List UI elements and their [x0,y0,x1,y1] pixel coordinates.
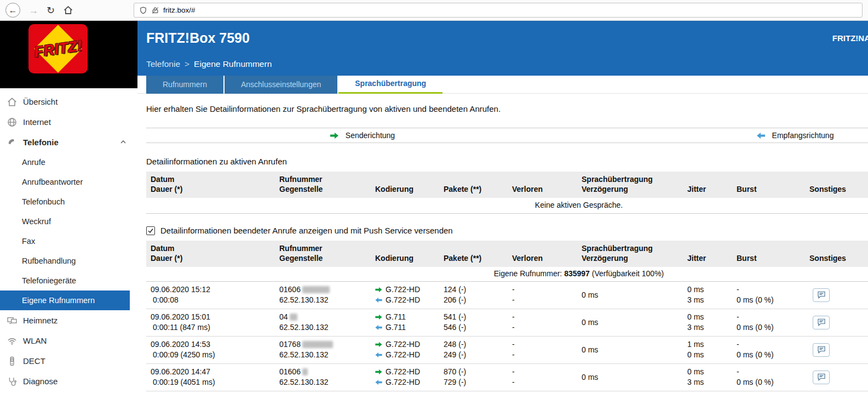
jitter-receive: 3 ms [687,322,737,333]
forward-button[interactable]: → [28,5,38,15]
sidebar-item-label: Telefonie [23,138,59,147]
breadcrumb-section[interactable]: Telefonie [146,59,180,69]
sidebar-item-weckruf[interactable]: Weckruf [0,212,137,231]
codec-send: G.711 [386,312,406,322]
url-text: fritz.box/# [163,6,196,14]
sidebar-item-wlan[interactable]: WLAN [0,331,137,351]
tab-sprachuebertragung[interactable]: Sprachübertragung [338,76,442,94]
chevron-up-icon[interactable] [119,138,128,146]
call-date: 09.06.2020 15:12 [151,284,279,295]
logo-text: FRITZ! [33,37,83,60]
legend-receive-label: Empfangsrichtung [772,131,834,140]
checkmark-icon [147,227,154,234]
receive-arrow-icon [757,133,765,139]
speech-bubble-icon [817,373,826,381]
call-number: 01768 [279,339,375,350]
lost-send: - [512,284,582,295]
packets-send: 248 (-) [444,339,512,350]
fritznas-link[interactable]: FRITZ!NAS [832,33,868,43]
send-arrow-icon [375,287,382,292]
packets-receive: 249 (-) [444,350,512,360]
jitter-send: 0 ms [687,284,737,295]
lost-receive: - [512,377,582,388]
lost-receive: - [512,350,582,360]
lost-send: - [512,312,582,322]
call-details-button[interactable] [813,371,830,384]
speech-bubble-icon [817,318,826,326]
remote-address: 62.52.130.132 [279,377,375,388]
call-row: 09.06.2020 14:47 0:00:19 (4051 ms) 01606… [146,364,868,391]
burst-send: - [737,284,809,295]
codec-receive: G.722-HD [386,350,420,360]
logo-block: FRITZ! [0,21,137,88]
call-details-button[interactable] [813,316,830,329]
sidebar-item-label: Internet [23,117,51,127]
call-details-button[interactable] [813,343,830,357]
delay-value: 0 ms [582,372,687,383]
call-date: 09.06.2020 15:01 [151,312,279,322]
home-button[interactable] [63,5,73,15]
burst-send: - [737,312,809,322]
direction-legend: Senderichtung Empfangsrichtung [146,128,868,143]
sidebar-item-label: Übersicht [23,97,58,106]
sidebar-item-rufbehandlung[interactable]: Rufbehandlung [0,251,137,271]
phone-icon [6,136,18,149]
push-service-checkbox[interactable] [146,226,155,235]
codec-receive: G.722-HD [386,377,420,388]
fritz-logo[interactable]: FRITZ! [28,24,88,73]
codec-receive: G.711 [386,322,406,333]
back-arrow-icon: ← [9,6,18,15]
packets-send: 541 (-) [444,312,512,322]
no-active-calls-message: Keine aktiven Gespräche. [146,198,868,214]
sidebar-item-fax[interactable]: Fax [0,231,137,251]
sidebar-item-label: WLAN [23,336,47,345]
sidebar-item-internet[interactable]: Internet [0,112,137,132]
packets-receive: 729 (-) [444,377,512,388]
back-button[interactable]: ← [5,3,20,18]
call-number: 01606 [279,367,375,377]
call-duration: 0:00:19 (4051 ms) [151,377,279,388]
sidebar-item-telefoniegeraete[interactable]: Telefoniegeräte [0,271,137,291]
sidebar-item-telefonie[interactable]: Telefonie [0,132,137,152]
reload-button[interactable]: ↻ [47,5,55,15]
lost-receive: - [512,322,582,333]
sidebar-item-dect[interactable]: DECT [0,351,137,371]
breadcrumb: Telefonie > Eigene Rufnummern [146,59,272,69]
sidebar-item-diagnose[interactable]: Diagnose [0,371,137,391]
page-header: FRITZ!Box 7590 FRITZ!NAS Telefonie > Eig… [137,21,868,76]
tab-anschlusseinstellungen[interactable]: Anschlusseinstellungen [225,76,337,94]
packets-receive: 546 (-) [444,322,512,333]
call-details-button[interactable] [813,288,830,302]
remote-address: 62.52.130.132 [279,350,375,360]
receive-arrow-icon [375,325,382,330]
sidebar-item-heimnetz[interactable]: Heimnetz [0,310,137,331]
page-content: Hier erhalten Sie Detailinformationen zu… [137,104,868,391]
delay-value: 0 ms [582,317,687,328]
codec-receive: G.722-HD [386,295,420,305]
sidebar-item-eigene-rufnummern[interactable]: Eigene Rufnummern [0,291,130,310]
browser-nav-buttons: ← → ↻ [0,3,134,18]
call-rows: 09.06.2020 15:12 0:00:08 01606 62.52.130… [146,282,868,391]
legend-receive: Empfangsrichtung [579,131,868,140]
speech-bubble-icon [817,291,826,299]
sidebar-item-label: Heimnetz [23,316,58,325]
breadcrumb-separator: > [185,59,189,69]
delay-value: 0 ms [582,290,687,300]
sidebar-item-anrufbeantworter[interactable]: Anrufbeantworter [0,172,137,192]
legend-send-label: Senderichtung [346,131,395,140]
redacted-digits [302,368,308,375]
jitter-send: 1 ms [687,339,737,350]
call-duration: 0:00:08 [151,295,279,305]
jitter-receive: 3 ms [687,295,737,305]
lost-receive: - [512,295,582,305]
sidebar-item-anrufe[interactable]: Anrufe [0,152,137,172]
shield-icon [139,6,147,15]
sidebar-item-uebersicht[interactable]: Übersicht [0,92,137,112]
browser-toolbar: ← → ↻ fritz.box/# [0,0,868,21]
sidebar-item-telefonbuch[interactable]: Telefonbuch [0,192,137,212]
burst-send: - [737,367,809,377]
address-bar[interactable]: fritz.box/# [134,3,863,18]
page-title: FRITZ!Box 7590 [137,21,868,46]
tab-rufnummern[interactable]: Rufnummern [146,76,223,94]
receive-arrow-icon [375,298,382,303]
